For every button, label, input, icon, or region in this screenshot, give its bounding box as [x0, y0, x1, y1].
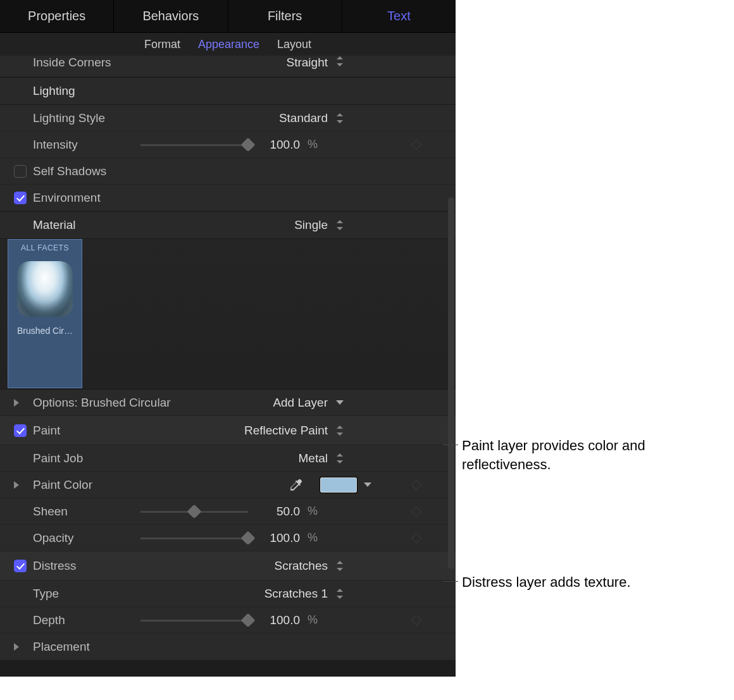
self-shadows-checkbox[interactable]: [14, 165, 27, 178]
row-intensity: Intensity 100.0 %: [0, 132, 456, 158]
popup-arrows-icon[interactable]: [335, 219, 344, 231]
row-paint-job: Paint Job Metal: [0, 445, 456, 472]
opacity-label: Opacity: [33, 531, 140, 545]
type-value[interactable]: Scratches 1: [264, 587, 328, 601]
popup-arrows-icon[interactable]: [335, 588, 344, 599]
keyframe-diamond-icon[interactable]: [411, 615, 422, 625]
row-paint[interactable]: Paint Reflective Paint: [0, 416, 456, 445]
sub-tab-bar: Format Appearance Layout: [0, 33, 456, 56]
opacity-slider[interactable]: [140, 531, 248, 545]
row-depth: Depth 100.0 %: [0, 607, 456, 634]
slider-thumb-icon[interactable]: [187, 504, 202, 519]
lighting-style-label: Lighting Style: [33, 111, 140, 125]
material-preview-icon: [17, 261, 73, 317]
slider-thumb-icon[interactable]: [241, 137, 256, 152]
scrollbar[interactable]: [448, 197, 454, 569]
callout-distress-text: Distress layer adds texture.: [462, 573, 631, 592]
depth-label: Depth: [33, 613, 140, 627]
sheen-value[interactable]: 50.0: [261, 505, 300, 519]
keyframe-diamond-icon[interactable]: [411, 139, 422, 150]
callout-paint: Paint layer provides color and reflectiv…: [458, 436, 690, 474]
keyframe-diamond-icon[interactable]: [411, 532, 422, 543]
tab-filters[interactable]: Filters: [228, 0, 342, 32]
slider-thumb-icon[interactable]: [241, 531, 256, 545]
tab-text[interactable]: Text: [342, 0, 456, 32]
paint-label: Paint: [33, 424, 140, 438]
inside-corners-label: Inside Corners: [33, 56, 140, 70]
intensity-value[interactable]: 100.0: [261, 138, 300, 152]
inspector-panel: Properties Behaviors Filters Text Format…: [0, 0, 456, 677]
row-inside-corners: Inside Corners Straight: [0, 56, 456, 77]
row-environment[interactable]: Environment: [0, 185, 456, 211]
paint-value[interactable]: Reflective Paint: [244, 424, 328, 438]
opacity-unit: %: [308, 531, 323, 544]
popup-arrows-icon[interactable]: [335, 453, 344, 464]
row-type: Type Scratches 1: [0, 580, 456, 607]
distress-label: Distress: [33, 559, 140, 573]
material-tile-header: ALL FACETS: [21, 243, 69, 252]
paint-color-swatch[interactable]: [320, 477, 357, 493]
material-tile-all-facets[interactable]: ALL FACETS Brushed Cir…: [8, 239, 82, 388]
intensity-slider[interactable]: [140, 138, 248, 152]
lighting-header: Lighting: [33, 84, 140, 98]
tab-properties[interactable]: Properties: [0, 0, 114, 32]
intensity-label: Intensity: [33, 138, 140, 152]
section-lighting: Lighting: [0, 77, 456, 105]
paint-checkbox[interactable]: [14, 424, 27, 437]
eyedropper-icon[interactable]: [287, 477, 304, 493]
inspector-body: Inside Corners Straight Lighting Lightin…: [0, 56, 456, 660]
popup-arrows-icon[interactable]: [335, 113, 344, 124]
keyframe-diamond-icon[interactable]: [411, 506, 422, 517]
paint-job-value[interactable]: Metal: [299, 451, 328, 465]
row-placement[interactable]: Placement: [0, 634, 456, 660]
keyframe-diamond-icon[interactable]: [411, 479, 422, 490]
callout-leader-line: [443, 445, 458, 445]
sheen-unit: %: [308, 505, 323, 518]
inside-corners-value[interactable]: Straight: [287, 56, 328, 70]
material-well: ALL FACETS Brushed Cir…: [0, 239, 456, 390]
subtab-appearance[interactable]: Appearance: [198, 38, 259, 51]
material-label: Material: [33, 218, 140, 232]
environment-checkbox[interactable]: [14, 192, 27, 204]
tab-behaviors[interactable]: Behaviors: [114, 0, 228, 32]
paint-job-label: Paint Job: [33, 451, 140, 465]
subtab-format[interactable]: Format: [144, 38, 180, 51]
distress-value[interactable]: Scratches: [275, 559, 328, 573]
opacity-value[interactable]: 100.0: [261, 531, 300, 545]
row-sheen: Sheen 50.0 %: [0, 498, 456, 525]
disclosure-triangle-icon[interactable]: [14, 643, 19, 651]
depth-value[interactable]: 100.0: [261, 613, 300, 627]
row-distress[interactable]: Distress Scratches: [0, 551, 456, 580]
row-opacity: Opacity 100.0 %: [0, 525, 456, 551]
depth-slider[interactable]: [140, 613, 248, 627]
sheen-slider[interactable]: [140, 505, 248, 519]
chevron-down-icon[interactable]: [363, 481, 372, 489]
depth-unit: %: [308, 613, 323, 627]
self-shadows-label: Self Shadows: [33, 164, 140, 178]
paint-color-label: Paint Color: [33, 478, 140, 492]
material-value[interactable]: Single: [294, 218, 328, 232]
callout-paint-text: Paint layer provides color and reflectiv…: [462, 436, 690, 474]
placement-label: Placement: [33, 640, 140, 654]
intensity-unit: %: [308, 138, 323, 151]
popup-arrows-icon[interactable]: [335, 560, 344, 572]
sheen-label: Sheen: [33, 505, 140, 519]
material-tile-name: Brushed Cir…: [17, 326, 73, 336]
lighting-style-value[interactable]: Standard: [279, 111, 328, 125]
slider-thumb-icon[interactable]: [241, 613, 256, 627]
add-layer-button[interactable]: Add Layer: [273, 396, 328, 410]
callout-distress: Distress layer adds texture.: [458, 573, 631, 592]
environment-label: Environment: [33, 191, 140, 205]
chevron-down-icon[interactable]: [335, 398, 344, 407]
row-self-shadows[interactable]: Self Shadows: [0, 158, 456, 185]
disclosure-triangle-icon[interactable]: [14, 399, 19, 407]
popup-arrows-icon[interactable]: [335, 56, 344, 67]
row-paint-color: Paint Color: [0, 472, 456, 498]
distress-checkbox[interactable]: [14, 560, 27, 572]
row-lighting-style: Lighting Style Standard: [0, 105, 456, 132]
disclosure-triangle-icon[interactable]: [14, 481, 19, 489]
options-label: Options: Brushed Circular: [33, 396, 197, 410]
popup-arrows-icon[interactable]: [335, 425, 344, 436]
row-options: Options: Brushed Circular Add Layer: [0, 390, 456, 416]
subtab-layout[interactable]: Layout: [277, 38, 311, 51]
